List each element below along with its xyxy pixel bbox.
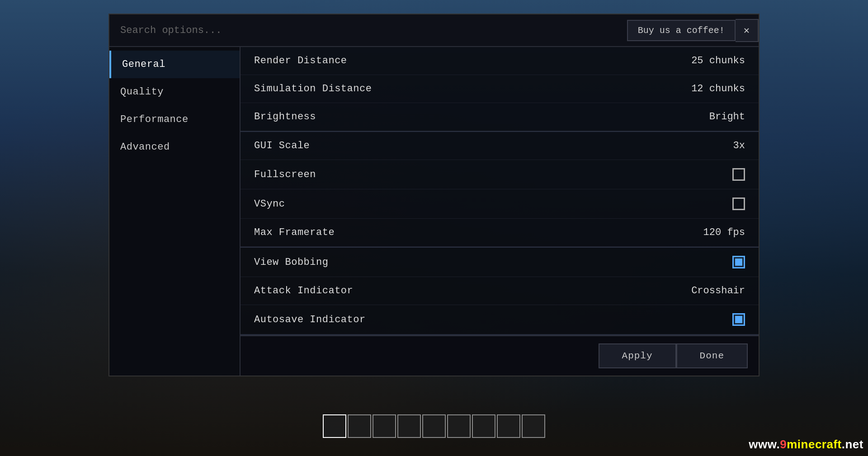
gameplay-group: View Bobbing Attack Indicator Crosshair … <box>241 248 759 335</box>
watermark-mine: minecraft <box>787 437 842 451</box>
vsync-row[interactable]: VSync <box>241 189 759 219</box>
attack-indicator-value: Crosshair <box>691 285 745 296</box>
autosave-indicator-checkbox[interactable] <box>732 313 745 326</box>
done-button[interactable]: Done <box>676 343 748 368</box>
render-distance-label: Render Distance <box>254 55 347 66</box>
hotbar <box>323 414 545 438</box>
vsync-label: VSync <box>254 198 285 210</box>
brightness-value: Bright <box>709 111 745 122</box>
render-distance-row[interactable]: Render Distance 25 chunks <box>241 47 759 75</box>
simulation-distance-value: 12 chunks <box>691 83 745 94</box>
hotbar-slot-4 <box>397 414 421 438</box>
search-bar: Buy us a coffee! ✕ <box>109 14 759 47</box>
hotbar-slot-8 <box>497 414 520 438</box>
attack-indicator-label: Attack Indicator <box>254 285 353 296</box>
window-group: GUI Scale 3x Fullscreen VSync Max Framer… <box>241 132 759 248</box>
display-group: Render Distance 25 chunks Simulation Dis… <box>241 47 759 132</box>
gui-scale-row[interactable]: GUI Scale 3x <box>241 132 759 160</box>
brightness-row[interactable]: Brightness Bright <box>241 103 759 131</box>
fullscreen-row[interactable]: Fullscreen <box>241 160 759 189</box>
gui-scale-label: GUI Scale <box>254 140 310 151</box>
simulation-distance-label: Simulation Distance <box>254 83 372 94</box>
hotbar-slot-6 <box>447 414 471 438</box>
brightness-label: Brightness <box>254 111 316 122</box>
watermark-www: www. <box>749 437 780 451</box>
hotbar-slot-2 <box>348 414 371 438</box>
view-bobbing-checkbox[interactable] <box>732 256 745 268</box>
gui-scale-value: 3x <box>733 140 745 151</box>
vsync-checkbox[interactable] <box>732 197 745 210</box>
sidebar-item-advanced[interactable]: Advanced <box>109 133 240 161</box>
overlay-ui: Buy us a coffee! ✕ General Quality Perfo… <box>0 0 868 456</box>
hotbar-slot-7 <box>472 414 495 438</box>
fullscreen-checkbox[interactable] <box>732 168 745 181</box>
watermark-nine: 9 <box>780 437 787 451</box>
max-framerate-label: Max Framerate <box>254 227 335 238</box>
hotbar-slot-5 <box>422 414 446 438</box>
sidebar: General Quality Performance Advanced <box>109 47 241 376</box>
sidebar-item-quality[interactable]: Quality <box>109 78 240 106</box>
buy-coffee-button[interactable]: Buy us a coffee! <box>627 20 736 41</box>
apply-button[interactable]: Apply <box>599 343 676 368</box>
search-input[interactable] <box>109 25 627 36</box>
content-area: General Quality Performance Advanced Ren… <box>109 47 759 376</box>
simulation-distance-row[interactable]: Simulation Distance 12 chunks <box>241 75 759 103</box>
view-bobbing-label: View Bobbing <box>254 257 328 268</box>
settings-panel: Render Distance 25 chunks Simulation Dis… <box>241 47 759 376</box>
watermark-net: .net <box>842 437 863 451</box>
bottom-bar: Apply Done <box>241 335 759 376</box>
sidebar-item-performance[interactable]: Performance <box>109 106 240 133</box>
max-framerate-row[interactable]: Max Framerate 120 fps <box>241 219 759 247</box>
attack-indicator-row[interactable]: Attack Indicator Crosshair <box>241 277 759 305</box>
hotbar-slot-3 <box>373 414 396 438</box>
watermark: www.9minecraft.net <box>749 437 863 451</box>
sidebar-item-general[interactable]: General <box>109 51 240 78</box>
close-button[interactable]: ✕ <box>736 19 759 42</box>
hotbar-slot-9 <box>522 414 545 438</box>
autosave-indicator-label: Autosave Indicator <box>254 314 366 325</box>
fullscreen-label: Fullscreen <box>254 169 316 180</box>
settings-dialog: Buy us a coffee! ✕ General Quality Perfo… <box>108 14 760 376</box>
max-framerate-value: 120 fps <box>703 227 745 238</box>
render-distance-value: 25 chunks <box>691 55 745 66</box>
hotbar-slot-1 <box>323 414 346 438</box>
view-bobbing-row[interactable]: View Bobbing <box>241 248 759 277</box>
autosave-indicator-row[interactable]: Autosave Indicator <box>241 305 759 334</box>
